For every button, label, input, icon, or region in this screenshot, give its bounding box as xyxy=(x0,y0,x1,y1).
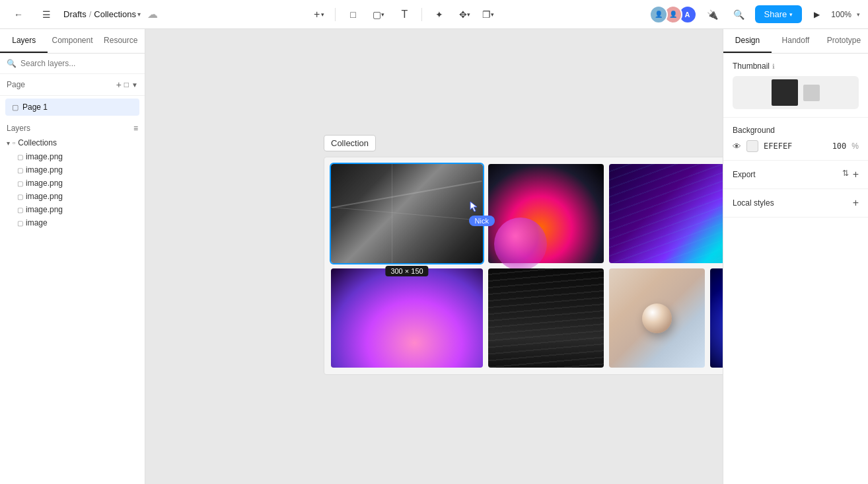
menu-button[interactable]: ☰ xyxy=(36,4,57,25)
share-button-label: Share xyxy=(764,9,787,19)
page-collapse-button[interactable]: ▼ xyxy=(131,79,138,90)
image-cell-sphere[interactable] xyxy=(609,268,705,368)
layer-collections-label: Collections xyxy=(18,138,57,147)
thumb-dark-swatch xyxy=(772,79,798,106)
topbar: ← ☰ Drafts / Collections ▾ ☁ +▾ □ ▢▾ T ✦… xyxy=(0,0,868,29)
cursor-nick-label: Nick xyxy=(469,216,495,226)
topbar-right: 👤 👤 A 🔌 🔍 Share ▾ ▶ 100% ▾ xyxy=(649,4,860,25)
breadcrumb-chevron-icon: ▾ xyxy=(137,11,141,18)
main-layout: Layers Component Resource 🔍 Page + □ ▼ ▢… xyxy=(0,29,868,484)
layer-tree: ▾ ▫ Collections ▢ image.png ▢ image.png … xyxy=(0,136,145,484)
play-button[interactable]: ▶ xyxy=(807,5,826,24)
component-tool-button[interactable]: ✥▾ xyxy=(456,4,473,25)
share-chevron-icon: ▾ xyxy=(789,11,793,18)
image-icon-3: ▢ xyxy=(17,180,23,187)
topbar-left: ← ☰ Drafts / Collections ▾ ☁ xyxy=(8,4,158,25)
left-panel-tabs: Layers Component Resource xyxy=(0,29,145,54)
tab-prototype[interactable]: Prototype xyxy=(820,29,868,53)
img-purple-wave xyxy=(609,164,723,263)
text-tool-button[interactable]: T xyxy=(394,4,415,25)
page-icon: ▢ xyxy=(12,103,18,112)
breadcrumb-drafts[interactable]: Drafts xyxy=(63,9,87,19)
export-add-button[interactable]: + xyxy=(853,169,859,181)
avatar-group: 👤 👤 A xyxy=(649,5,697,24)
add-tool-button[interactable]: +▾ xyxy=(310,4,328,25)
tab-handoff[interactable]: Handoff xyxy=(772,29,820,53)
layer-name-6: image xyxy=(26,218,48,227)
shape-tool-button[interactable]: ▢▾ xyxy=(370,4,387,25)
thumbnail-title-label: Thumbnail xyxy=(733,61,770,71)
tab-design[interactable]: Design xyxy=(723,29,772,53)
export-section: Export ⇅ + xyxy=(723,161,868,189)
pen-tool-button[interactable]: ✦ xyxy=(429,4,450,25)
image-icon-5: ▢ xyxy=(17,206,23,214)
image-cell-dark-geo[interactable]: Nick 300 × 150 xyxy=(331,164,483,263)
plugin-icon[interactable]: 🔌 xyxy=(702,4,723,25)
img-pink-blob xyxy=(331,268,483,368)
visibility-icon[interactable]: 👁 xyxy=(733,141,741,151)
image-cell-dark-wave[interactable] xyxy=(488,268,604,368)
layers-options-icon[interactable]: ≡ xyxy=(133,124,138,133)
layer-name-4: image.png xyxy=(26,192,63,201)
layer-collections-group[interactable]: ▾ ▫ Collections xyxy=(3,136,142,150)
layer-item-2[interactable]: ▢ image.png xyxy=(13,163,142,177)
search-plugin-icon[interactable]: 🔍 xyxy=(729,4,750,25)
frame-tool-button[interactable]: □ xyxy=(342,4,363,25)
canvas-content: Collection Nick 300 × 150 xyxy=(324,135,723,375)
background-header: Background xyxy=(733,126,859,135)
page-section: Page + □ ▼ xyxy=(0,74,145,96)
background-opacity-value[interactable]: 100 xyxy=(832,141,847,151)
zoom-level[interactable]: 100% xyxy=(831,10,851,19)
share-button[interactable]: Share ▾ xyxy=(755,5,803,23)
toolbar-divider xyxy=(335,8,336,21)
background-color-value[interactable]: EFEFEF xyxy=(764,141,827,151)
export-sort-button[interactable]: ⇅ xyxy=(842,169,849,181)
image-icon-1: ▢ xyxy=(17,153,23,161)
page-1-item[interactable]: ▢ Page 1 xyxy=(5,99,139,116)
background-section: Background 👁 EFEFEF 100 % xyxy=(723,118,868,161)
local-styles-add-button[interactable]: + xyxy=(853,197,859,209)
tab-resource[interactable]: Resource xyxy=(97,29,145,53)
search-icon: 🔍 xyxy=(7,59,17,68)
cloud-sync-icon: ☁ xyxy=(147,8,158,20)
back-button[interactable]: ← xyxy=(8,4,29,25)
right-panel-tabs: Design Handoff Prototype xyxy=(723,29,868,54)
background-color-swatch[interactable] xyxy=(746,140,758,152)
thumbnail-header: Thumbnail ℹ xyxy=(733,61,859,71)
layer-item-3[interactable]: ▢ image.png xyxy=(13,177,142,190)
collection-frame-label: Collection xyxy=(324,135,376,151)
layer-name-3: image.png xyxy=(26,179,63,188)
page-options-button[interactable]: □ xyxy=(124,79,129,90)
page-1-label: Page 1 xyxy=(22,102,48,112)
layer-name-2: image.png xyxy=(26,165,63,175)
local-styles-section: Local styles + xyxy=(723,189,868,218)
export-actions: ⇅ + xyxy=(842,169,859,181)
left-panel: Layers Component Resource 🔍 Page + □ ▼ ▢… xyxy=(0,29,145,484)
thumbnail-title: Thumbnail ℹ xyxy=(733,61,775,71)
layer-item-1[interactable]: ▢ image.png xyxy=(13,150,142,163)
tab-component[interactable]: Component xyxy=(48,29,96,53)
topbar-center: +▾ □ ▢▾ T ✦ ✥▾ ❐▾ xyxy=(166,4,641,25)
image-cell-blue-abstract[interactable] xyxy=(710,268,723,368)
collection-frame[interactable]: Nick 300 × 150 xyxy=(324,157,723,375)
avatar-1: 👤 xyxy=(649,5,668,24)
export-title: Export xyxy=(733,170,756,179)
search-layers-input[interactable] xyxy=(20,59,138,68)
export-header-row: Export ⇅ + xyxy=(733,169,859,181)
image-cell-purple-wave[interactable] xyxy=(609,164,723,263)
collapse-arrow-icon: ▾ xyxy=(7,140,10,147)
add-page-button[interactable]: + xyxy=(116,79,122,90)
layer-item-4[interactable]: ▢ image.png xyxy=(13,190,142,203)
img-dark-geo xyxy=(331,164,483,263)
page-section-label: Page xyxy=(7,80,25,89)
image-cell-pink-blob[interactable] xyxy=(331,268,483,368)
search-bar: 🔍 xyxy=(0,54,145,74)
canvas-area[interactable]: Collection Nick 300 × 150 xyxy=(145,29,723,484)
tab-layers[interactable]: Layers xyxy=(0,29,48,53)
layer-item-6[interactable]: ▢ image xyxy=(13,216,142,229)
handoff-tool-button[interactable]: ❐▾ xyxy=(480,4,497,25)
breadcrumb-current[interactable]: Collections ▾ xyxy=(94,9,141,19)
thumbnail-info-icon: ℹ xyxy=(772,63,775,70)
layer-name-5: image.png xyxy=(26,205,63,214)
layer-item-5[interactable]: ▢ image.png xyxy=(13,203,142,216)
